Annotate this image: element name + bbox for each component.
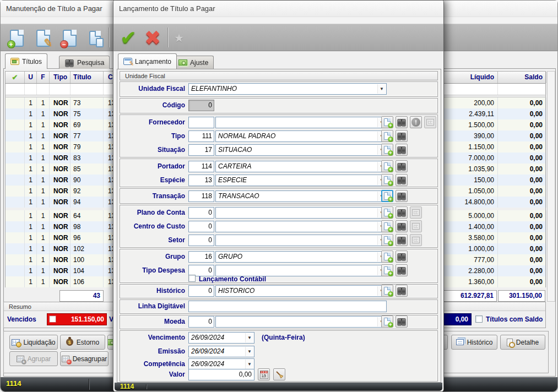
historico-search-button[interactable] (396, 285, 408, 297)
table-row[interactable]: 1.500,00 0,00 (444, 119, 545, 130)
situacao-search-button[interactable] (396, 144, 408, 156)
especie-new-button[interactable] (381, 174, 393, 186)
dialog-title-bar[interactable]: Lançamento de Título a Pagar (113, 1, 443, 17)
col-f[interactable]: F (37, 72, 50, 83)
valor-input[interactable]: 0,00 (188, 369, 254, 380)
especie-combo[interactable]: ESPECIE▼ (215, 175, 387, 186)
valor-clear-button[interactable] (273, 368, 285, 380)
table-row[interactable]: 200,00 0,00 (444, 97, 545, 108)
col-titulo[interactable]: Título (71, 72, 104, 83)
portador-search-button[interactable] (396, 160, 408, 172)
grupo-search-button[interactable] (396, 251, 408, 263)
unidade-fiscal-combo[interactable]: ELEFANTINHO▼ (188, 83, 387, 95)
table-row[interactable]: 1.035,90 0,00 (444, 164, 545, 175)
tipo-combo[interactable]: NORMAL PADRAO▼ (215, 130, 387, 142)
especie-code-input[interactable]: 13 (188, 175, 214, 186)
liquidacao-button[interactable]: Liquidação (9, 335, 58, 350)
transacao-code-input[interactable]: 118 (188, 190, 214, 202)
grupo-combo[interactable]: GRUPO▼ (215, 251, 387, 263)
competencia-date-combo[interactable]: 26/09/2024▼ (188, 358, 254, 370)
col-tipo[interactable]: Tipo (50, 72, 71, 83)
plano-conta-combo[interactable]: ▼ (215, 207, 387, 219)
desagrupar-button[interactable]: − Desagrupar (60, 351, 109, 366)
col-u[interactable]: U (25, 72, 37, 83)
centro-custo-search-button[interactable] (396, 220, 408, 232)
edit-record-button[interactable]: ✎ (31, 26, 55, 50)
situacao-code-input[interactable]: 17 (188, 144, 214, 156)
table-row[interactable]: 3.580,00 0,00 (444, 232, 545, 243)
table-row[interactable]: 777,00 0,00 (444, 254, 545, 265)
chevron-down-icon[interactable]: ▼ (377, 84, 386, 94)
chevron-down-icon[interactable]: ▼ (245, 347, 253, 356)
table-row[interactable]: 14.800,00 0,00 (444, 197, 545, 208)
vertical-scrollbar[interactable] (547, 71, 555, 302)
fornecedor-combo[interactable]: ▼ (215, 117, 387, 128)
tab-titulos[interactable]: Títulos (5, 53, 47, 69)
fornecedor-new-button[interactable] (381, 116, 393, 128)
table-row[interactable]: 1.360,00 0,00 (444, 276, 545, 287)
setor-combo[interactable]: ▼ (215, 235, 387, 246)
emissao-date-combo[interactable]: 26/09/2024▼ (188, 346, 254, 357)
historico-code-input[interactable]: 0 (188, 285, 214, 297)
table-row[interactable]: 390,00 0,00 (444, 130, 545, 141)
tab-ajuste[interactable]: Ajuste (173, 56, 214, 69)
centro-custo-new-button[interactable] (381, 220, 393, 232)
table-row[interactable]: 5.000,00 0,00 (444, 210, 545, 221)
valor-calendar-button[interactable] (258, 368, 270, 380)
table-row[interactable]: 1.000,00 0,00 (444, 243, 545, 254)
tipo-new-button[interactable] (381, 130, 393, 142)
historico-combo[interactable]: HISTORICO▼ (215, 285, 387, 297)
cancel-button[interactable]: ✖ (141, 26, 164, 50)
lancamento-contabil-checkbox[interactable] (188, 275, 196, 282)
select-all-check-icon[interactable]: ✔ (6, 72, 25, 83)
agrupar-button[interactable]: + Agrupar (9, 351, 58, 366)
transacao-new-button-focused[interactable] (381, 190, 393, 202)
setor-search-button[interactable] (396, 234, 408, 246)
situacao-combo[interactable]: SITUACAO▼ (215, 144, 387, 156)
vencidos-checkbox[interactable] (49, 315, 56, 323)
grupo-new-button[interactable] (381, 251, 393, 263)
moeda-combo[interactable]: ▼ (215, 316, 387, 328)
moeda-code-input[interactable]: 0 (188, 316, 214, 328)
portador-combo[interactable]: CARTEIRA▼ (215, 161, 387, 172)
table-row[interactable]: 7.000,00 0,00 (444, 153, 545, 164)
confirm-button[interactable]: ✔ (117, 26, 140, 50)
table-row[interactable]: 1.050,00 0,00 (444, 186, 545, 197)
grid-filter-row-right[interactable] (443, 84, 546, 95)
moeda-search-button[interactable] (396, 315, 408, 328)
tipo-code-input[interactable]: 111 (188, 130, 214, 142)
grid-header-right[interactable]: Líquido Saldo (443, 71, 546, 84)
plano-conta-new-button[interactable] (381, 206, 393, 219)
vencimento-date-combo[interactable]: 26/09/2024▼ (188, 332, 254, 344)
titulos-com-saldo-checkbox[interactable] (475, 315, 483, 323)
chevron-down-icon[interactable]: ▼ (245, 360, 253, 369)
favorite-button[interactable]: ★ (171, 26, 187, 50)
table-row[interactable]: 1.400,00 0,00 (444, 221, 545, 232)
tipo-search-button[interactable] (396, 130, 408, 142)
col-saldo[interactable]: Saldo (498, 72, 546, 83)
table-row[interactable]: 150,00 0,00 (444, 175, 545, 186)
fornecedor-code-input[interactable] (188, 117, 214, 128)
linha-digitavel-input[interactable] (188, 301, 387, 312)
detalhe-button[interactable]: Detalhe (500, 335, 545, 350)
copy-record-button[interactable] (83, 26, 106, 50)
portador-code-input[interactable]: 114 (188, 161, 214, 172)
setor-code-input[interactable]: 0 (188, 235, 214, 246)
fornecedor-search-button[interactable] (396, 116, 408, 128)
transacao-search-button[interactable] (396, 190, 408, 202)
tab-pesquisa[interactable]: Pesquisa (59, 56, 110, 69)
grupo-code-input[interactable]: 16 (188, 251, 214, 263)
estorno-button[interactable]: Estorno (60, 335, 105, 350)
fornecedor-info-button[interactable] (410, 116, 422, 128)
delete-record-button[interactable]: − (58, 26, 81, 50)
chevron-down-icon[interactable]: ▼ (245, 333, 253, 342)
tab-lancamento[interactable]: Lançamento (118, 53, 177, 69)
table-row[interactable]: 2.280,00 0,00 (444, 265, 545, 276)
plano-conta-search-button[interactable] (396, 206, 408, 219)
col-liquido[interactable]: Líquido (444, 72, 498, 83)
plano-conta-code-input[interactable]: 0 (188, 207, 214, 219)
especie-search-button[interactable] (396, 174, 408, 186)
situacao-new-button[interactable] (381, 144, 393, 156)
moeda-new-button[interactable] (381, 315, 393, 328)
transacao-combo[interactable]: TRANSACAO▼ (215, 190, 387, 202)
